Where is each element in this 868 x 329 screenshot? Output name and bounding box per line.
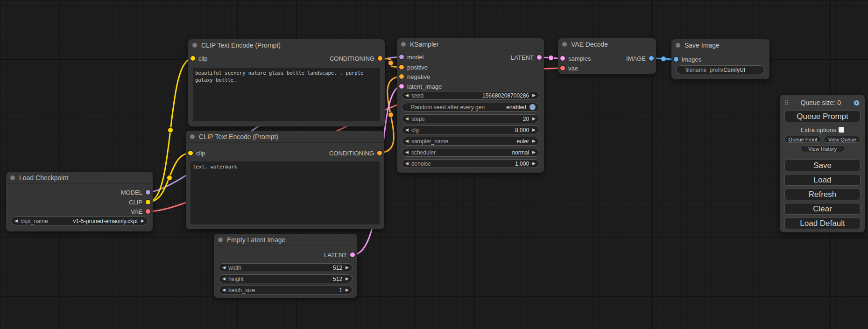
widget-height[interactable]: ◀ height 512 ▶ xyxy=(219,274,353,283)
port-dot-conditioning[interactable] xyxy=(377,151,382,155)
widget-scheduler[interactable]: ◀ scheduler normal ▶ xyxy=(402,148,539,157)
node-header[interactable]: KSampler xyxy=(397,38,544,50)
decrement-icon[interactable]: ◀ xyxy=(222,266,226,270)
widget-steps[interactable]: ◀ steps 20 ▶ xyxy=(402,114,539,123)
widget-cfg[interactable]: ◀ cfg 8.000 ▶ xyxy=(402,126,539,134)
output-port-conditioning[interactable]: CONDITIONING xyxy=(329,149,382,157)
port-dot-clip[interactable] xyxy=(191,56,195,61)
view-queue-button[interactable]: View Queue xyxy=(824,136,861,143)
port-dot-latent[interactable] xyxy=(399,84,404,89)
increment-icon[interactable]: ▶ xyxy=(532,150,536,154)
node-graph-canvas[interactable]: CLIP Text Encode (Prompt) clip CONDITION… xyxy=(0,0,868,329)
queue-panel[interactable]: ⠿ Queue size: 0 Queue Prompt Extra optio… xyxy=(780,95,865,232)
prompt-textarea[interactable]: text, watermark xyxy=(191,161,380,224)
output-port-clip[interactable]: CLIP xyxy=(129,198,150,206)
decrement-icon[interactable]: ◀ xyxy=(405,139,409,143)
output-port-vae[interactable]: VAE xyxy=(131,208,150,215)
input-port-clip[interactable]: clip xyxy=(191,55,208,62)
output-port-latent[interactable]: LATENT xyxy=(324,251,355,259)
output-port-model[interactable]: MODEL xyxy=(121,189,150,196)
node-clip-text-encode-positive[interactable]: CLIP Text Encode (Prompt) clip CONDITION… xyxy=(188,39,385,126)
port-dot-clip[interactable] xyxy=(146,200,150,204)
save-button[interactable]: Save xyxy=(784,160,861,171)
port-dot-vae[interactable] xyxy=(560,66,565,70)
collapse-dot-icon[interactable] xyxy=(401,42,406,47)
input-port-samples[interactable]: samples xyxy=(560,55,591,62)
node-header[interactable]: VAE Decode xyxy=(558,38,656,50)
collapse-dot-icon[interactable] xyxy=(218,238,223,242)
decrement-icon[interactable]: ◀ xyxy=(405,128,409,132)
node-save-image[interactable]: Save Image images filename_prefix ComfyU… xyxy=(671,39,769,79)
output-port-image[interactable]: IMAGE xyxy=(626,55,654,62)
widget-filename-prefix[interactable]: filename_prefix ComfyUI xyxy=(676,65,765,74)
decrement-icon[interactable]: ◀ xyxy=(222,277,226,281)
increment-icon[interactable]: ▶ xyxy=(346,288,349,292)
decrement-icon[interactable]: ◀ xyxy=(405,117,409,121)
node-clip-text-encode-negative[interactable]: CLIP Text Encode (Prompt) clip CONDITION… xyxy=(186,131,384,229)
port-dot-vae[interactable] xyxy=(146,209,150,214)
input-port-vae[interactable]: vae xyxy=(560,64,578,72)
input-port-clip[interactable]: clip xyxy=(188,149,205,157)
load-button[interactable]: Load xyxy=(784,174,861,186)
drag-handle-icon[interactable]: ⠿ xyxy=(784,99,789,106)
widget-sampler-name[interactable]: ◀ sampler_name euler ▶ xyxy=(402,137,539,146)
queue-prompt-button[interactable]: Queue Prompt xyxy=(784,111,861,122)
input-port-model[interactable]: model xyxy=(399,53,423,61)
settings-gear-icon[interactable] xyxy=(853,99,861,107)
widget-seed[interactable]: ◀ seed 156680208700286 ▶ xyxy=(402,91,539,100)
output-port-conditioning[interactable]: CONDITIONING xyxy=(330,55,382,62)
increment-icon[interactable]: ▶ xyxy=(141,219,144,223)
input-port-latent-image[interactable]: latent_image xyxy=(399,83,442,90)
decrement-icon[interactable]: ◀ xyxy=(222,288,226,292)
node-header[interactable]: CLIP Text Encode (Prompt) xyxy=(186,131,384,143)
toggle-knob-icon[interactable] xyxy=(529,104,536,110)
increment-icon[interactable]: ▶ xyxy=(532,128,536,132)
port-dot-clip[interactable] xyxy=(188,151,193,155)
decrement-icon[interactable]: ◀ xyxy=(14,219,18,223)
load-default-button[interactable]: Load Default xyxy=(784,217,861,229)
extra-options-checkbox[interactable] xyxy=(839,127,844,133)
node-header[interactable]: Save Image xyxy=(671,39,769,51)
port-dot-model[interactable] xyxy=(399,55,404,59)
node-header[interactable]: CLIP Text Encode (Prompt) xyxy=(188,39,385,51)
increment-icon[interactable]: ▶ xyxy=(532,161,536,166)
widget-width[interactable]: ◀ width 512 ▶ xyxy=(219,263,353,272)
port-dot-image[interactable] xyxy=(649,56,654,61)
node-empty-latent-image[interactable]: Empty Latent Image LATENT ◀ width 512 ▶ … xyxy=(214,234,357,298)
decrement-icon[interactable]: ◀ xyxy=(405,150,409,154)
widget-denoise[interactable]: ◀ denoise 1.000 ▶ xyxy=(402,159,539,168)
collapse-dot-icon[interactable] xyxy=(190,134,195,139)
port-dot-image[interactable] xyxy=(674,57,678,62)
node-ksampler[interactable]: KSampler model LATENT positive negative … xyxy=(397,38,544,173)
decrement-icon[interactable]: ◀ xyxy=(405,93,409,98)
node-header[interactable]: Empty Latent Image xyxy=(214,234,357,246)
port-dot-conditioning[interactable] xyxy=(399,74,404,79)
node-load-checkpoint[interactable]: Load Checkpoint MODEL CLIP VAE ◀ ckpt_na… xyxy=(6,172,153,231)
widget-batch-size[interactable]: ◀ batch_size 1 ▶ xyxy=(219,286,353,294)
port-dot-conditioning[interactable] xyxy=(399,65,404,70)
increment-icon[interactable]: ▶ xyxy=(532,139,536,143)
input-port-positive[interactable]: positive xyxy=(399,63,428,71)
port-dot-latent[interactable] xyxy=(560,56,565,61)
output-port-latent[interactable]: LATENT xyxy=(511,54,542,61)
collapse-dot-icon[interactable] xyxy=(562,42,567,47)
increment-icon[interactable]: ▶ xyxy=(346,266,349,270)
collapse-dot-icon[interactable] xyxy=(192,43,197,48)
queue-front-button[interactable]: Queue Front xyxy=(784,136,821,143)
increment-icon[interactable]: ▶ xyxy=(346,277,349,281)
port-dot-model[interactable] xyxy=(146,190,150,195)
port-dot-conditioning[interactable] xyxy=(378,56,382,61)
widget-random-seed-toggle[interactable]: Random seed after every gen enabled xyxy=(402,103,539,112)
increment-icon[interactable]: ▶ xyxy=(532,117,536,121)
node-header[interactable]: Load Checkpoint xyxy=(6,172,153,184)
prompt-textarea[interactable]: beautiful scenery nature glass bottle la… xyxy=(193,68,380,121)
view-history-button[interactable]: View History xyxy=(800,145,845,152)
input-port-images[interactable]: images xyxy=(674,56,701,63)
widget-ckpt-name[interactable]: ◀ ckpt_name v1-5-pruned-emaonly.ckpt ▶ xyxy=(11,217,148,225)
increment-icon[interactable]: ▶ xyxy=(532,93,536,98)
collapse-dot-icon[interactable] xyxy=(10,175,15,180)
decrement-icon[interactable]: ◀ xyxy=(405,161,409,166)
input-port-negative[interactable]: negative xyxy=(399,73,430,80)
clear-button[interactable]: Clear xyxy=(784,203,861,215)
refresh-button[interactable]: Refresh xyxy=(784,189,861,200)
